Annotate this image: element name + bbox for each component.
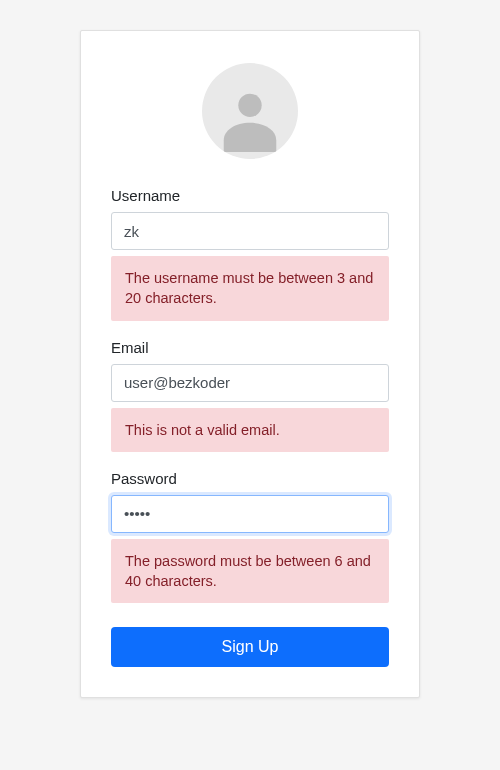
avatar-placeholder <box>202 63 298 159</box>
password-input[interactable] <box>111 495 389 533</box>
password-group: Password The password must be between 6 … <box>111 470 389 604</box>
password-label: Password <box>111 470 389 487</box>
signup-button[interactable]: Sign Up <box>111 627 389 667</box>
username-error: The username must be between 3 and 20 ch… <box>111 256 389 321</box>
user-icon <box>215 82 285 152</box>
email-group: Email This is not a valid email. <box>111 339 389 452</box>
svg-point-0 <box>238 94 261 117</box>
email-label: Email <box>111 339 389 356</box>
email-error: This is not a valid email. <box>111 408 389 452</box>
username-group: Username The username must be between 3 … <box>111 187 389 321</box>
username-input[interactable] <box>111 212 389 250</box>
password-error: The password must be between 6 and 40 ch… <box>111 539 389 604</box>
email-input[interactable] <box>111 364 389 402</box>
avatar-wrapper <box>111 63 389 159</box>
signup-card: Username The username must be between 3 … <box>80 30 420 698</box>
username-label: Username <box>111 187 389 204</box>
